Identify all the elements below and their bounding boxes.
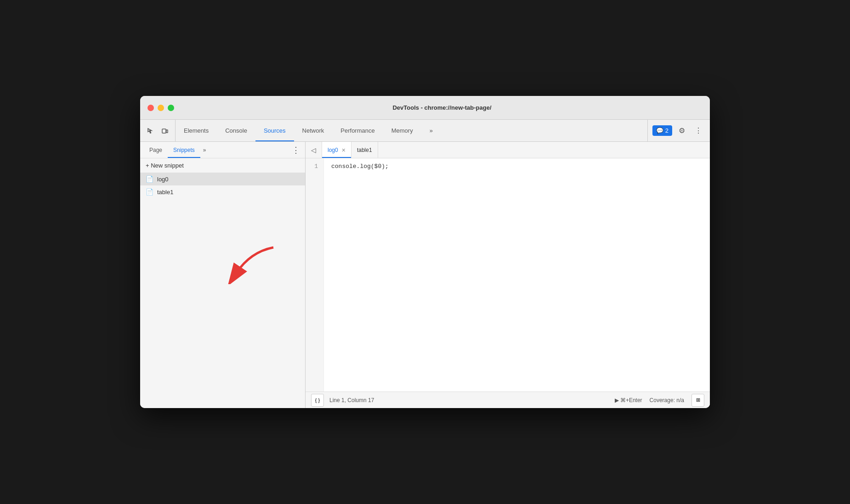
- editor-tab-table1[interactable]: table1: [351, 142, 378, 158]
- window-title: DevTools - chrome://new-tab-page/: [181, 104, 703, 111]
- device-toolbar-button[interactable]: [159, 124, 171, 137]
- snippet-name-log0: log0: [157, 176, 169, 183]
- toolbar: Elements Console Sources Network Perform…: [140, 120, 710, 142]
- tab-network[interactable]: Network: [294, 120, 333, 141]
- snippet-item-log0[interactable]: 📄 log0: [140, 173, 305, 185]
- editor-tab-log0-label: log0: [328, 147, 338, 153]
- traffic-lights: [147, 105, 174, 111]
- maximize-button[interactable]: [168, 105, 174, 111]
- toggle-icon: ◁: [311, 146, 316, 154]
- sidebar-menu-button[interactable]: ⋮: [290, 145, 301, 156]
- toolbar-icon-group: [140, 120, 176, 141]
- coverage-status: Coverage: n/a: [650, 397, 684, 403]
- more-icon: ⋮: [695, 126, 702, 135]
- sidebar-menu-icon: ⋮: [292, 145, 300, 155]
- status-bar: { } Line 1, Column 17 ▶ ⌘+Enter Coverage…: [306, 392, 710, 408]
- snippet-name-table1: table1: [157, 189, 173, 196]
- more-options-button[interactable]: ⋮: [691, 124, 705, 138]
- new-snippet-label: + New snippet: [146, 162, 184, 169]
- editor-tabs: ◁ log0 × table1: [306, 142, 710, 158]
- main-tabs: Elements Console Sources Network Perform…: [176, 120, 647, 141]
- inspect-element-button[interactable]: [144, 124, 157, 137]
- tab-sources[interactable]: Sources: [255, 120, 294, 141]
- main-content: Page Snippets » ⋮ + New snippet 📄: [140, 142, 710, 408]
- snippet-icon-log0: 📄: [146, 175, 153, 183]
- sidebar-tab-more[interactable]: »: [200, 147, 209, 153]
- status-bar-right: ▶ ⌘+Enter Coverage: n/a ⊞: [615, 394, 704, 407]
- editor-area: ◁ log0 × table1 1 console.log($0);: [306, 142, 710, 408]
- run-button[interactable]: ▶ ⌘+Enter: [615, 397, 642, 403]
- status-bar-left: { } Line 1, Column 17: [311, 394, 374, 407]
- tab-more[interactable]: »: [421, 120, 441, 141]
- sidebar-tab-snippets[interactable]: Snippets: [168, 142, 200, 158]
- settings-icon: ⚙: [679, 126, 685, 135]
- devtools-window: DevTools - chrome://new-tab-page/ Elemen…: [140, 96, 710, 408]
- sidebar-tab-page[interactable]: Page: [144, 142, 168, 158]
- editor-tab-log0-close[interactable]: ×: [342, 147, 346, 153]
- format-button[interactable]: ⊞: [691, 394, 704, 407]
- sidebar: Page Snippets » ⋮ + New snippet 📄: [140, 142, 306, 408]
- title-bar: DevTools - chrome://new-tab-page/: [140, 96, 710, 120]
- console-badge-count: 2: [665, 127, 669, 134]
- editor-toggle-button[interactable]: ◁: [306, 142, 322, 158]
- snippet-item-table1[interactable]: 📄 table1: [140, 185, 305, 198]
- editor-tab-table1-label: table1: [357, 147, 372, 153]
- cursor-position: Line 1, Column 17: [329, 397, 374, 403]
- svg-rect-0: [162, 129, 166, 133]
- sidebar-tabs: Page Snippets » ⋮: [140, 142, 305, 158]
- svg-rect-1: [166, 130, 168, 133]
- tab-performance[interactable]: Performance: [332, 120, 383, 141]
- pretty-print-icon: { }: [315, 398, 320, 403]
- pretty-print-button[interactable]: { }: [311, 394, 324, 407]
- console-badge-button[interactable]: 💬 2: [652, 125, 672, 136]
- minimize-button[interactable]: [158, 105, 164, 111]
- tab-memory[interactable]: Memory: [383, 120, 421, 141]
- line-numbers: 1: [306, 158, 324, 392]
- tab-console[interactable]: Console: [217, 120, 255, 141]
- close-button[interactable]: [147, 105, 154, 111]
- format-icon: ⊞: [696, 397, 700, 403]
- toolbar-right: 💬 2 ⚙ ⋮: [647, 120, 710, 141]
- sidebar-content: + New snippet 📄 log0 📄 table1: [140, 158, 305, 408]
- run-label: ▶ ⌘+Enter: [615, 397, 642, 403]
- code-editor[interactable]: 1 console.log($0);: [306, 158, 710, 392]
- code-content[interactable]: console.log($0);: [324, 158, 710, 392]
- new-snippet-button[interactable]: + New snippet: [140, 158, 305, 173]
- console-badge-icon: 💬: [656, 127, 663, 134]
- snippet-icon-table1: 📄: [146, 188, 153, 196]
- editor-tab-log0[interactable]: log0 ×: [322, 142, 351, 158]
- tab-elements[interactable]: Elements: [176, 120, 217, 141]
- settings-button[interactable]: ⚙: [675, 124, 689, 138]
